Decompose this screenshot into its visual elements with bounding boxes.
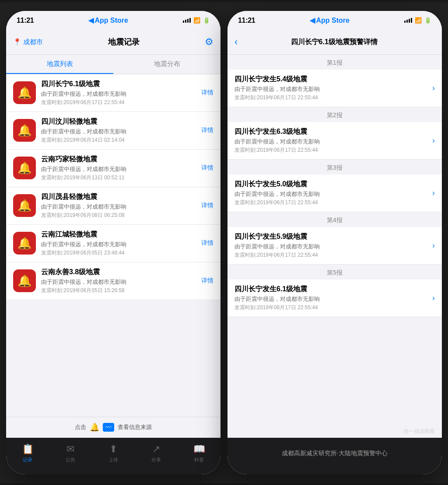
detail-back-button[interactable]: ‹ — [234, 36, 238, 48]
report-time-1: 发震时刻:2019年06月17日 22:55:44 — [234, 147, 429, 154]
report-chevron-icon-4: › — [432, 293, 435, 303]
report-item-2[interactable]: 四川长宁发生5.0级地震 由于距震中很远，对成都市无影响 发震时刻:2019年0… — [228, 174, 442, 212]
quake-time-0: 发震时刻:2019年06月17日 22:55:44 — [41, 99, 196, 106]
nav-notice[interactable]: ✉ 公告 — [57, 443, 84, 463]
left-back-link[interactable]: ◀ App Store — [88, 16, 128, 24]
nav-upload-label: 上传 — [108, 457, 118, 463]
report-label-1: 第2报 — [228, 107, 442, 122]
report-time-4: 发震时刻:2019年06月17日 22:55:44 — [234, 304, 429, 311]
nav-upload[interactable]: ⬆ 上传 — [100, 443, 126, 463]
quake-list-area: 🔔 四川长宁6.1级地震 由于距震中很远，对成都市无影响 发震时刻:2019年0… — [6, 74, 220, 417]
report-title-3: 四川长宁发生5.9级地震 — [234, 232, 429, 241]
quake-detail-btn-0[interactable]: 详情 — [201, 89, 214, 97]
upload-icon: ⬆ — [109, 443, 117, 455]
quake-bell-icon-0: 🔔 — [13, 81, 36, 104]
report-item-3[interactable]: 四川长宁发生5.9级地震 由于距震中很远，对成都市无影响 发震时刻:2019年0… — [228, 227, 442, 265]
right-status-bar: 11:21 ◀ App Store 📶 🔋 — [228, 11, 442, 30]
report-item-1[interactable]: 四川长宁发生6.3级地震 由于距震中很远，对成都市无影响 发震时刻:2019年0… — [228, 122, 442, 160]
right-status-icons: 📶 🔋 — [404, 17, 431, 24]
quake-desc-5: 由于距震中很远，对成都市无影响 — [41, 278, 196, 286]
quake-item-4[interactable]: 🔔 云南江城轻微地震 由于距震中很远，对成都市无影响 发震时刻:2019年06月… — [6, 225, 220, 262]
quake-info-2: 云南巧家轻微地震 由于距震中很远，对成都市无影响 发震时刻:2019年06月13… — [41, 155, 196, 181]
org-text: 成都高新减灾研究所·大陆地震预警中心 — [282, 450, 388, 457]
quake-bell-icon-1: 🔔 — [13, 119, 36, 142]
left-time: 11:21 — [17, 17, 34, 24]
quake-item-3[interactable]: 🔔 四川茂县轻微地震 由于距震中很远，对成都市无影响 发震时刻:2019年06月… — [6, 187, 220, 225]
battery-icon: 🔋 — [203, 17, 210, 24]
report-item-4[interactable]: 四川长宁发生6.1级地震 由于距震中很远，对成都市无影响 发震时刻:2019年0… — [228, 279, 442, 317]
quake-detail-btn-1[interactable]: 详情 — [201, 126, 214, 134]
tab-bar: 地震列表 地震分布 — [6, 55, 220, 74]
report-desc-0: 由于距震中很远，对成都市无影响 — [234, 85, 429, 93]
left-nav-header: 📍 成都市 地震记录 ⚙ — [6, 30, 220, 55]
quake-title-2: 云南巧家轻微地震 — [41, 155, 196, 164]
left-status-icons: 📶 🔋 — [183, 17, 210, 24]
nav-science-label: 科普 — [194, 457, 204, 463]
report-title-4: 四川长宁发生6.1级地震 — [234, 285, 429, 294]
quake-time-3: 发震时刻:2019年06月08日 06:25:08 — [41, 212, 196, 219]
right-time: 11:21 — [238, 17, 255, 24]
right-bottom-bar: 成都高新减灾研究所·大陆地震预警中心 — [228, 438, 442, 475]
quake-time-1: 发震时刻:2019年06月14日 02:14:04 — [41, 136, 196, 144]
share-icon: ↗ — [152, 443, 160, 455]
quake-info-4: 云南江城轻微地震 由于距震中很远，对成都市无影响 发震时刻:2019年06月05… — [41, 230, 196, 257]
report-section-4: 第5报 四川长宁发生6.1级地震 由于距震中很远，对成都市无影响 发震时刻:20… — [228, 265, 442, 317]
quake-title-0: 四川长宁6.1级地震 — [41, 80, 196, 89]
right-back-link[interactable]: ◀ App Store — [310, 16, 349, 24]
report-item-0[interactable]: 四川长宁发生5.4级地震 由于距震中很远，对成都市无影响 发震时刻:2019年0… — [228, 70, 442, 107]
bell-icon: 🔔 — [90, 422, 99, 432]
quake-info-1: 四川汶川轻微地震 由于距震中很远，对成都市无影响 发震时刻:2019年06月14… — [41, 117, 196, 144]
left-back-text[interactable]: App Store — [94, 17, 128, 24]
left-phone: 11:21 ◀ App Store 📶 🔋 — [6, 11, 220, 475]
tab-quake-list[interactable]: 地震列表 — [6, 55, 113, 74]
nav-share[interactable]: ↗ 分享 — [143, 443, 169, 463]
location-text: 成都市 — [23, 38, 43, 46]
tab-quake-distribution[interactable]: 地震分布 — [113, 55, 220, 74]
quake-detail-btn-4[interactable]: 详情 — [201, 239, 214, 247]
quake-detail-btn-3[interactable]: 详情 — [201, 202, 214, 209]
report-label-2: 第3报 — [228, 160, 442, 174]
quake-item-1[interactable]: 🔔 四川汶川轻微地震 由于距震中很远，对成都市无影响 发震时刻:2019年06月… — [6, 112, 220, 150]
quake-time-4: 发震时刻:2019年06月05日 23:46:44 — [41, 249, 196, 257]
detail-nav-header: ‹ 四川长宁6.1级地震预警详情 — [228, 30, 442, 55]
gear-icon[interactable]: ⚙ — [205, 36, 214, 48]
report-desc-4: 由于距震中很远，对成都市无影响 — [234, 295, 429, 303]
quake-detail-btn-5[interactable]: 详情 — [201, 277, 214, 285]
location-label[interactable]: 📍 成都市 — [13, 38, 43, 46]
quake-bell-icon-4: 🔔 — [13, 232, 36, 255]
quake-item-2[interactable]: 🔔 云南巧家轻微地震 由于距震中很远，对成都市无影响 发震时刻:2019年06月… — [6, 150, 220, 187]
right-wifi-icon: 📶 — [415, 17, 422, 24]
report-desc-1: 由于距震中很远，对成都市无影响 — [234, 138, 429, 146]
quake-title-4: 云南江城轻微地震 — [41, 230, 196, 239]
nav-notice-label: 公告 — [66, 457, 75, 463]
quake-time-2: 发震时刻:2019年06月13日 00:52:11 — [41, 174, 196, 181]
quake-title-5: 云南永善3.8级地震 — [41, 268, 196, 277]
nav-records[interactable]: 📋 记录 — [14, 443, 41, 463]
report-label-3: 第4报 — [228, 212, 442, 227]
report-section-1: 第2报 四川长宁发生6.3级地震 由于距震中很远，对成都市无影响 发震时刻:20… — [228, 107, 442, 160]
info-text-before: 点击 — [75, 423, 86, 431]
notice-icon: ✉ — [66, 443, 74, 455]
report-item-info-2: 四川长宁发生5.0级地震 由于距震中很远，对成都市无影响 发震时刻:2019年0… — [234, 180, 429, 206]
quake-detail-btn-2[interactable]: 详情 — [201, 164, 214, 172]
nav-science[interactable]: 📖 科普 — [186, 443, 212, 463]
records-icon: 📋 — [22, 443, 34, 455]
report-time-2: 发震时刻:2019年06月17日 22:55:44 — [234, 199, 429, 206]
report-label-0: 第1报 — [228, 55, 442, 70]
detail-title: 四川长宁6.1级地震预警详情 — [243, 38, 425, 47]
nav-share-label: 分享 — [151, 457, 161, 463]
right-phone: 11:21 ◀ App Store 📶 🔋 — [228, 11, 442, 475]
bottom-navigation: 📋 记录 ✉ 公告 ⬆ 上传 ↗ 分享 📖 科普 — [6, 438, 220, 475]
report-time-3: 发震时刻:2019年06月17日 22:55:44 — [234, 251, 429, 259]
location-pin-icon: 📍 — [13, 38, 21, 46]
report-section-2: 第3报 四川长宁发生5.0级地震 由于距震中很远，对成都市无影响 发震时刻:20… — [228, 160, 442, 212]
back-chevron-icon-right: ◀ — [310, 16, 315, 24]
report-section-3: 第4报 四川长宁发生5.9级地震 由于距震中很远，对成都市无影响 发震时刻:20… — [228, 212, 442, 265]
quake-desc-0: 由于距震中很远，对成都市无影响 — [41, 90, 196, 98]
quake-item-0[interactable]: 🔔 四川长宁6.1级地震 由于距震中很远，对成都市无影响 发震时刻:2019年0… — [6, 74, 220, 112]
quake-item-5[interactable]: 🔔 云南永善3.8级地震 由于距震中很远，对成都市无影响 发震时刻:2019年0… — [6, 262, 220, 300]
report-section-0: 第1报 四川长宁发生5.4级地震 由于距震中很远，对成都市无影响 发震时刻:20… — [228, 55, 442, 107]
right-back-text[interactable]: App Store — [316, 17, 349, 24]
report-item-info-1: 四川长宁发生6.3级地震 由于距震中很远，对成都市无影响 发震时刻:2019年0… — [234, 127, 429, 154]
quake-desc-3: 由于距震中很远，对成都市无影响 — [41, 203, 196, 211]
